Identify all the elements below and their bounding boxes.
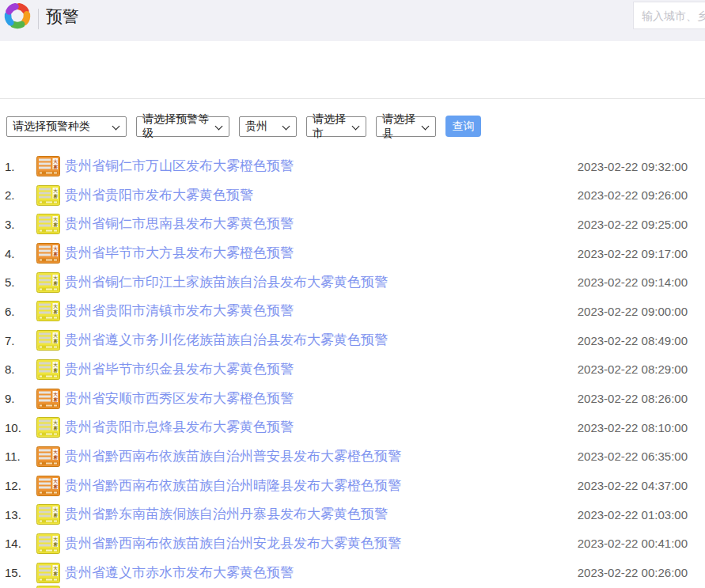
- county-select[interactable]: 请选择县: [376, 116, 436, 137]
- warning-type-select[interactable]: 请选择预警种类: [6, 116, 127, 137]
- warning-icon: 大雾: [36, 446, 60, 467]
- svg-text:大: 大: [53, 304, 58, 309]
- warning-link[interactable]: 贵州省铜仁市印江土家族苗族自治县发布大雾黄色预警: [65, 272, 388, 293]
- query-button[interactable]: 查询: [445, 116, 481, 137]
- warning-list-item: 12. 大雾 贵州省黔西南布依族苗族自治州晴隆县发布大雾橙色预警 2023-02…: [0, 476, 705, 496]
- warning-link[interactable]: 贵州省贵阳市发布大雾黄色预警: [65, 185, 253, 206]
- svg-text:雾: 雾: [52, 222, 58, 228]
- warning-time: 2023-02-22 08:26:00: [578, 392, 688, 405]
- svg-text:雾: 雾: [52, 366, 58, 373]
- warning-icon: 大雾: [36, 533, 60, 554]
- site-logo-icon[interactable]: [2, 0, 33, 32]
- warning-link[interactable]: 贵州省遵义市赤水市发布大雾黄色预警: [65, 563, 294, 583]
- warning-link[interactable]: 贵州省黔东南苗族侗族自治州丹寨县发布大雾黄色预警: [65, 504, 388, 525]
- svg-text:大: 大: [53, 333, 58, 338]
- warning-link[interactable]: 贵州省毕节市大方县发布大雾橙色预警: [65, 243, 294, 264]
- svg-text:雾: 雾: [52, 309, 58, 315]
- warning-icon: 大雾: [36, 476, 60, 496]
- filter-bar: 请选择预警种类 请选择预警等级 贵州 请选择市 请选择县 查询: [6, 116, 481, 137]
- svg-text:雾: 雾: [52, 425, 58, 431]
- warning-time: 2023-02-22 01:03:00: [578, 508, 688, 522]
- warning-link[interactable]: 贵州省黔西南布依族苗族自治州安龙县发布大雾黄色预警: [65, 533, 401, 554]
- svg-text:雾: 雾: [52, 192, 58, 199]
- svg-text:雾: 雾: [52, 570, 58, 576]
- warning-time: 2023-02-22 09:17:00: [578, 247, 688, 260]
- warning-list-item: 6. 大雾 贵州省贵阳市清镇市发布大雾黄色预警 2023-02-22 09:00…: [0, 301, 705, 321]
- city-select[interactable]: 请选择市: [306, 116, 366, 137]
- page-title: 预警: [46, 6, 79, 28]
- warning-icon: 大雾: [36, 330, 60, 351]
- section-divider: [0, 98, 705, 99]
- svg-text:大: 大: [53, 362, 58, 367]
- weather-warning-page: 预警 请选择预警种类 请选择预警等级 贵州 请选择市 请选择县 查询 1. 大雾…: [0, 0, 705, 588]
- row-number: 15.: [5, 566, 36, 579]
- warning-icon: 大雾: [36, 243, 60, 264]
- warning-icon: 大雾: [36, 301, 60, 321]
- row-number: 13.: [5, 508, 36, 522]
- warning-time: 2023-02-22 00:41:00: [578, 537, 688, 550]
- county-select-value: 请选择县: [382, 112, 416, 141]
- warning-icon: 大雾: [36, 389, 60, 409]
- warning-list-item: 1. 大雾 贵州省铜仁市万山区发布大雾橙色预警 2023-02-22 09:32…: [0, 156, 705, 176]
- row-number: 8.: [5, 362, 36, 376]
- warning-link[interactable]: 贵州省黔西南布依族苗族自治州晴隆县发布大雾橙色预警: [65, 476, 401, 496]
- warning-list-item: 15. 大雾 贵州省遵义市赤水市发布大雾黄色预警 2023-02-22 00:2…: [0, 563, 705, 583]
- warning-level-select-value: 请选择预警等级: [142, 112, 210, 141]
- province-select[interactable]: 贵州: [239, 116, 297, 137]
- svg-text:雾: 雾: [52, 164, 58, 170]
- row-number: 4.: [5, 247, 36, 260]
- row-number: 7.: [5, 334, 36, 347]
- svg-text:大: 大: [53, 217, 58, 222]
- city-select-value: 请选择市: [313, 112, 347, 141]
- row-number: 12.: [5, 479, 36, 492]
- warning-link[interactable]: 贵州省毕节市织金县发布大雾黄色预警: [65, 359, 294, 380]
- warning-list-item: 9. 大雾 贵州省安顺市西秀区发布大雾橙色预警 2023-02-22 08:26…: [0, 389, 705, 409]
- warning-level-select[interactable]: 请选择预警等级: [136, 116, 229, 137]
- row-number: 14.: [5, 537, 36, 550]
- warning-list-item: 10. 大雾 贵州省贵阳市息烽县发布大雾黄色预警 2023-02-22 08:1…: [0, 417, 705, 438]
- svg-text:大: 大: [53, 392, 58, 396]
- warning-time: 2023-02-22 08:49:00: [578, 334, 688, 347]
- warning-icon: 大雾: [36, 214, 60, 234]
- warning-link[interactable]: 贵州省贵阳市息烽县发布大雾黄色预警: [65, 417, 294, 438]
- row-number: 6.: [5, 305, 36, 318]
- row-number: 2.: [5, 188, 36, 202]
- search-input[interactable]: [633, 2, 705, 29]
- warning-icon: 大雾: [36, 563, 60, 583]
- svg-text:大: 大: [53, 246, 58, 251]
- row-number: 1.: [5, 160, 36, 173]
- province-select-value: 贵州: [245, 119, 267, 134]
- svg-text:雾: 雾: [52, 483, 58, 489]
- svg-text:大: 大: [53, 566, 58, 571]
- warning-list-item: 3. 大雾 贵州省铜仁市思南县发布大雾黄色预警 2023-02-22 09:25…: [0, 214, 705, 234]
- svg-text:雾: 雾: [52, 251, 58, 257]
- warning-link[interactable]: 贵州省贵阳市清镇市发布大雾黄色预警: [65, 301, 294, 321]
- warning-list-item: 5. 大雾 贵州省铜仁市印江土家族苗族自治县发布大雾黄色预警 2023-02-2…: [0, 272, 705, 293]
- warning-time: 2023-02-22 08:29:00: [578, 362, 688, 376]
- row-number: 3.: [5, 218, 36, 231]
- svg-text:大: 大: [53, 420, 58, 425]
- warning-icon: 大雾: [36, 185, 60, 206]
- warning-time: 2023-02-22 09:26:00: [578, 188, 688, 202]
- warning-link[interactable]: 贵州省铜仁市万山区发布大雾橙色预警: [65, 156, 294, 176]
- warning-time: 2023-02-22 09:00:00: [578, 305, 688, 318]
- warning-link[interactable]: 贵州省遵义市务川仡佬族苗族自治县发布大雾黄色预警: [65, 330, 388, 351]
- warning-icon: 大雾: [36, 272, 60, 293]
- warning-link[interactable]: 贵州省安顺市西秀区发布大雾橙色预警: [65, 389, 294, 409]
- warning-link[interactable]: 贵州省铜仁市思南县发布大雾黄色预警: [65, 214, 294, 234]
- row-number: 9.: [5, 392, 36, 405]
- svg-text:雾: 雾: [52, 541, 58, 547]
- row-number: 11.: [5, 450, 36, 463]
- svg-text:大: 大: [53, 537, 58, 541]
- warning-list-item: 4. 大雾 贵州省毕节市大方县发布大雾橙色预警 2023-02-22 09:17…: [0, 243, 705, 264]
- warning-time: 2023-02-22 09:14:00: [578, 275, 688, 289]
- svg-text:大: 大: [53, 507, 58, 512]
- row-number: 10.: [5, 421, 36, 434]
- warning-icon: 大雾: [36, 417, 60, 438]
- header: 预警: [0, 0, 705, 41]
- svg-text:大: 大: [53, 479, 58, 484]
- warning-link[interactable]: 贵州省黔西南布依族苗族自治州普安县发布大雾橙色预警: [65, 446, 401, 467]
- warning-list-item: 2. 大雾 贵州省贵阳市发布大雾黄色预警 2023-02-22 09:26:00: [0, 185, 705, 206]
- svg-text:大: 大: [53, 275, 58, 280]
- svg-text:大: 大: [53, 159, 58, 164]
